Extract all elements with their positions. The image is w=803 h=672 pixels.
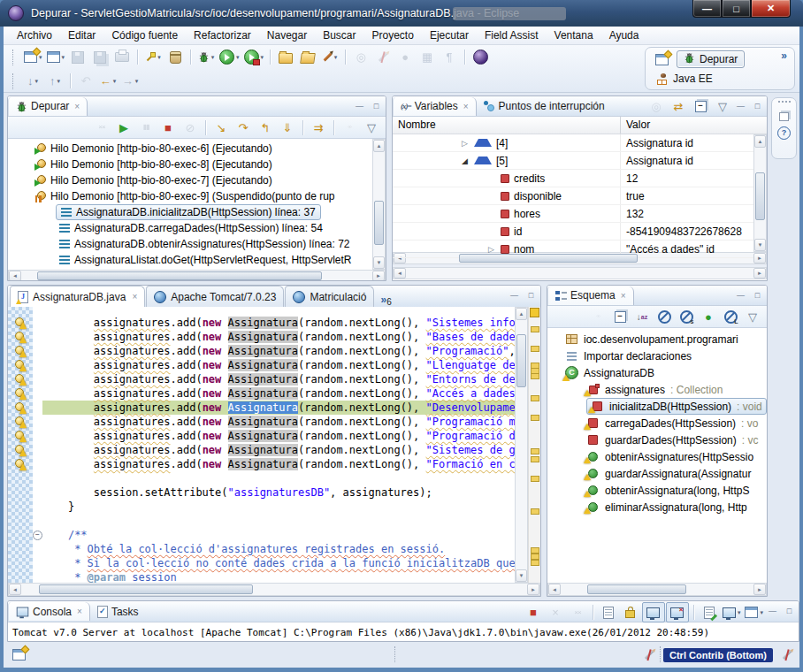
gutter-row[interactable] [8, 500, 33, 514]
link-editor-button[interactable]: ● [394, 48, 416, 66]
outline-item[interactable]: obtenirAssignatures(HttpSessio [547, 448, 767, 465]
outline-item[interactable]: obtenirAssignatura(long, HttpS [547, 482, 767, 499]
quickfix-warning-icon[interactable] [15, 332, 26, 343]
view-menu-button[interactable]: ▽ [361, 118, 382, 137]
outline-item[interactable]: eliminarAssignatura(long, Http [547, 499, 767, 515]
warning-marker[interactable] [531, 415, 539, 421]
restore-threads-button[interactable]: ◦◦ [339, 118, 360, 137]
scroll-arrow[interactable]: ► [753, 584, 766, 595]
scroll-arrow[interactable]: ▼ [373, 256, 385, 269]
suspend-button[interactable]: ▮▮ [135, 118, 157, 137]
menu-field-assist[interactable]: Field Assist [477, 27, 547, 43]
debug-perspective-button[interactable]: Depurar [677, 50, 745, 68]
editor-tab-2[interactable]: Matriculació [285, 286, 374, 307]
pin-editor-button[interactable]: ◎ [350, 48, 371, 66]
hide-fields-button[interactable] [654, 308, 675, 326]
debug-view-tab-0[interactable]: Depurar× [8, 97, 88, 116]
export-jar-button[interactable] [164, 48, 186, 66]
console-output[interactable]: Tomcat v7.0 Server at localhost [Apache … [8, 622, 799, 642]
gutter-row[interactable] [8, 358, 33, 372]
show-table-button[interactable]: ▦ [417, 48, 438, 66]
toolbar-drag-handle[interactable] [12, 50, 16, 65]
remove-all-button[interactable]: ×× [567, 603, 588, 622]
menu-ventana[interactable]: Ventana [547, 27, 601, 43]
remove-terminated-button[interactable]: ×× [91, 118, 112, 137]
sort-button[interactable]: ↓az [631, 308, 653, 326]
code-line-7[interactable]: assignatures.add(new Assignatura(random.… [42, 401, 515, 415]
editor-annotation-gutter[interactable] [8, 307, 33, 583]
scroll-thumb[interactable] [755, 172, 765, 220]
maximize-view-button[interactable]: □ [751, 288, 764, 302]
step-return-button[interactable]: ↰ [255, 118, 276, 137]
code-line-8[interactable]: assignatures.add(new Assignatura(random.… [42, 415, 515, 429]
window-maximize-button[interactable]: □ [722, 0, 751, 18]
scroll-thumb[interactable] [516, 334, 526, 387]
minimize-view-button[interactable]: — [353, 99, 366, 112]
editor-horizontal-scrollbar[interactable]: ◄► [8, 583, 540, 596]
collapsed-expander-icon[interactable]: ▷ [486, 245, 496, 254]
gutter-row[interactable] [8, 401, 33, 415]
scroll-track[interactable] [406, 253, 753, 263]
outline-item[interactable]: carregaDades(HttpSession) : vo [547, 415, 767, 431]
debug-frame-row[interactable]: AssignaturaDB.inicialitzaDB(HttpSession)… [8, 204, 372, 220]
quickfix-warning-icon[interactable] [15, 317, 26, 329]
warning-marker[interactable] [531, 346, 539, 352]
editor-tab-0[interactable]: JAssignaturaDB.java× [10, 286, 145, 307]
gutter-row[interactable] [8, 316, 33, 330]
code-line-14[interactable]: } [42, 500, 515, 514]
maximize-view-button[interactable]: □ [751, 99, 764, 112]
code-line-2[interactable]: assignatures.add(new Assignatura(random.… [42, 330, 515, 344]
outline-item[interactable]: inicialitzaDB(HttpSession) : void [547, 398, 767, 415]
warning-marker[interactable] [531, 373, 539, 379]
warning-marker[interactable] [531, 508, 539, 515]
warning-marker[interactable] [531, 448, 539, 454]
quickfix-warning-icon[interactable] [15, 431, 26, 442]
warning-marker[interactable] [531, 395, 539, 401]
forward-button[interactable]: →▾ [119, 72, 141, 90]
code-line-16[interactable]: /** [42, 528, 515, 542]
hide-static-button[interactable]: s [676, 308, 697, 326]
disconnect-button[interactable]: ⊘ [180, 118, 201, 137]
variables-tab-1[interactable]: Puntos de interrupción [477, 97, 612, 116]
scroll-arrow[interactable]: ◄ [9, 584, 21, 595]
debug-thread-row[interactable]: Hilo Demonio [http-bio-80-exec-7] (Ejecu… [8, 172, 372, 188]
scroll-arrow[interactable]: ▼ [754, 239, 766, 251]
help-icon[interactable]: ? [777, 126, 791, 140]
menu-navegar[interactable]: Navegar [259, 27, 315, 43]
debug-frame-row[interactable]: AssignaturaDB.obtenirAssignatures(HttpSe… [8, 236, 372, 252]
quickfix-warning-icon[interactable] [15, 459, 26, 470]
scroll-arrow[interactable]: ► [372, 271, 385, 281]
marketplace-button[interactable] [470, 48, 491, 66]
editor-vertical-scrollbar[interactable]: ▲▼ [515, 307, 528, 583]
debug-horizontal-scrollbar[interactable]: ◄► [8, 270, 386, 281]
save-button[interactable] [67, 48, 88, 66]
quickfix-warning-icon[interactable] [15, 445, 26, 456]
quickfix-warning-icon[interactable] [15, 374, 26, 386]
menu-proyecto[interactable]: Proyecto [364, 27, 422, 43]
scroll-thumb[interactable] [37, 271, 322, 280]
close-icon[interactable]: × [132, 292, 137, 302]
variables-tab-0[interactable]: (x)=Variables× [393, 97, 477, 116]
overview-ruler[interactable] [528, 307, 540, 583]
warning-marker[interactable] [531, 456, 539, 462]
mark-occurrences-button[interactable] [372, 48, 394, 66]
remove-launch-button[interactable]: × [545, 603, 566, 622]
gutter-row[interactable] [8, 344, 33, 358]
code-line-15[interactable] [42, 514, 515, 528]
collapse-fold-icon[interactable]: − [33, 531, 42, 540]
save-all-button[interactable] [89, 48, 111, 66]
quickfix-warning-icon[interactable] [15, 416, 26, 428]
pin-console-button[interactable] [699, 603, 720, 622]
print-button[interactable] [111, 48, 133, 66]
show-whitespace-button[interactable]: ¶ [439, 48, 460, 66]
step-filters-button[interactable]: ⇉ [308, 118, 329, 137]
toolbar-overflow-chevron[interactable]: » [781, 50, 787, 62]
warning-marker[interactable] [531, 547, 539, 554]
restore-view-icon[interactable] [779, 112, 789, 121]
outline-item[interactable]: ioc.desenvolupament.programari [547, 331, 767, 347]
scroll-thumb[interactable] [459, 254, 638, 263]
gutter-row[interactable] [8, 386, 33, 401]
code-line-18[interactable]: * Si la col·lecció no conté dades crida … [42, 556, 515, 570]
menu-buscar[interactable]: Buscar [315, 27, 363, 43]
step-into-button[interactable]: ↘ [210, 118, 232, 137]
